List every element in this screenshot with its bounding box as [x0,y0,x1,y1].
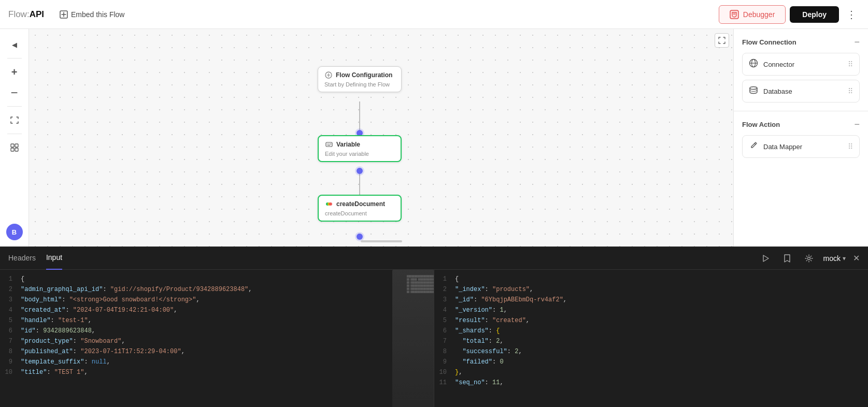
main-area: ◀ + − B [0,29,868,246]
code-line: 3"body_html": "<strong>Good snowboard!</… [0,295,434,305]
code-line: 8"published_at": "2023-07-11T17:52:29-04… [0,346,434,357]
bottom-close-button[interactable]: ✕ [853,253,860,263]
data-mapper-item-left: Data Mapper [749,141,802,152]
zoom-in-button[interactable]: + [5,63,24,81]
drag-handle-data-mapper[interactable]: ⠿ [848,142,853,151]
database-label: Database [763,88,792,95]
config-node-title: Flow Configuration [336,71,392,79]
zoom-out-button[interactable]: − [5,83,24,102]
sidebar-divider-3 [7,134,22,134]
code-line: 1{ [0,274,434,284]
bookmark-button[interactable] [780,251,794,266]
code-line: 6"id": 9342889623848, [0,326,434,336]
node-header: createDocument [319,196,401,210]
topbar-right: Debugger Deploy ⋮ [719,5,860,24]
flow-connection-title: Flow Connection [742,38,796,46]
data-mapper-item[interactable]: Data Mapper ⠿ [742,135,860,158]
flow-action-section: Flow Action − Data Mapper ⠿ [734,111,868,166]
fit-icon [10,116,19,124]
code-line: 5"result": "created", [434,315,868,326]
code-line: 8 "successful": 2, [434,346,868,357]
database-item[interactable]: Database ⠿ [742,80,860,103]
canvas-fit-button[interactable] [715,33,729,48]
flow-connection-header: Flow Connection − [742,37,860,47]
data-mapper-label: Data Mapper [763,143,802,151]
sidebar-tool-expand[interactable]: ◀ [5,35,24,54]
svg-point-12 [329,202,332,206]
debugger-icon [730,10,739,19]
config-node-subtitle: Start by Defining the Flow [318,81,401,92]
drag-handle-database[interactable]: ⠿ [848,87,853,95]
mock-selector[interactable]: mock ▾ [823,254,846,263]
flow-config-node[interactable]: Flow Configuration Start by Defining the… [318,66,402,92]
variable-node-subtitle: Edit your variable [319,151,401,161]
settings-icon [805,254,813,263]
deploy-button[interactable]: Deploy [790,6,839,23]
connector-label: Connector [763,61,794,68]
run-button[interactable] [758,251,773,266]
code-line: 6"_shards": { [434,326,868,336]
grid-button[interactable] [5,138,24,157]
mock-chevron-icon: ▾ [843,255,846,262]
bottom-tabs-right: mock ▾ ✕ [758,251,860,266]
flow-action-header: Flow Action − [742,120,860,129]
code-panels: 1{ 2"admin_graphql_api_id": "gid://shopi… [0,270,868,407]
connector-dot-2 [357,168,363,174]
fit-view-button[interactable] [5,111,24,129]
debugger-button[interactable]: Debugger [719,5,786,24]
play-icon [761,254,770,263]
svg-point-15 [750,87,757,90]
code-line: 2"_index": "products", [434,284,868,295]
bottom-tabs: Headers Input mock ▾ [0,247,868,270]
create-document-node[interactable]: createDocument createDocument [318,195,402,222]
user-avatar[interactable]: B [6,224,23,240]
code-line: 7"product_type": "Snowboard", [0,336,434,346]
flow-connection-collapse[interactable]: − [854,37,860,47]
config-node-icon [324,71,333,79]
right-code-content[interactable]: 1{ 2"_index": "products", 3"_id": "6Ybqj… [434,270,868,407]
more-options-button[interactable]: ⋮ [843,6,860,23]
input-tab[interactable]: Input [46,247,62,270]
code-line: 2"admin_graphql_api_id": "gid://shopify/… [0,284,434,295]
code-line: 9"template_suffix": null, [0,357,434,367]
left-code-content[interactable]: 1{ 2"admin_graphql_api_id": "gid://shopi… [0,270,434,407]
sidebar-divider [7,58,22,59]
deploy-label: Deploy [802,10,827,19]
connector-item[interactable]: Connector ⠿ [742,53,860,76]
mock-label: mock [823,254,841,263]
variable-node[interactable]: Variable Edit your variable [318,135,402,162]
left-sidebar: ◀ + − B [0,29,29,246]
brand-accent: API [30,9,44,19]
embed-icon [60,10,68,19]
database-item-left: Database [749,85,792,97]
right-code-panel: 1{ 2"_index": "products", 3"_id": "6Ybqj… [434,270,868,407]
svg-rect-3 [15,144,18,147]
canvas-area[interactable]: Flow Configuration Start by Defining the… [29,29,733,246]
code-line: 3"_id": "6YbqjpABEbmDq-rv4af2", [434,295,868,305]
embed-flow-button[interactable]: Embed this Flow [54,7,130,22]
svg-rect-4 [11,148,14,151]
left-code-panel: 1{ 2"admin_graphql_api_id": "gid://shopi… [0,270,434,407]
settings-button[interactable] [802,251,816,266]
canvas-fit-icon [718,37,725,44]
node-header: Variable [319,136,401,151]
create-doc-node-subtitle: createDocument [319,210,401,221]
create-doc-node-icon [325,200,333,208]
flow-connection-section: Flow Connection − Connector ⠿ [734,29,868,111]
debugger-label: Debugger [743,10,775,19]
code-line: 10"title": "TEST 1", [0,367,434,377]
code-line: 4"created_at": "2024-07-04T19:42:21-04:0… [0,305,434,315]
code-line: 9 "failed": 0 [434,357,868,367]
topbar: Flow:API Embed this Flow Debugger Deploy… [0,0,868,29]
sidebar-divider-2 [7,106,22,107]
code-line: 1{ [434,274,868,284]
code-line: 7 "total": 2, [434,336,868,346]
svg-rect-9 [326,142,332,147]
svg-point-16 [807,257,810,259]
svg-rect-2 [11,144,14,147]
database-icon [749,85,758,97]
create-doc-node-title: createDocument [336,200,385,208]
headers-tab[interactable]: Headers [8,247,36,270]
flow-action-collapse[interactable]: − [854,120,860,129]
drag-handle-connector[interactable]: ⠿ [848,60,853,68]
